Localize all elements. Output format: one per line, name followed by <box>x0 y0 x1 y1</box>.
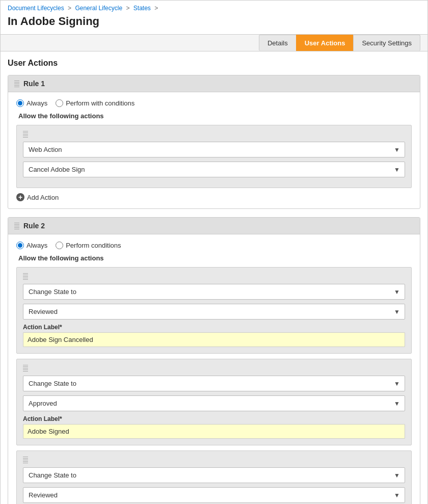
breadcrumb-general-lifecycle[interactable]: General Lifecycle <box>75 5 122 12</box>
plus-icon: + <box>16 193 24 201</box>
rule-1-action-0-select1-wrap: Web Action ▼ <box>23 142 405 157</box>
rule-2-action-0-label-input[interactable] <box>23 332 405 347</box>
rule-2-radio-group: Always Perform conditions <box>16 242 412 249</box>
rule-2-label: Rule 2 <box>23 222 45 230</box>
rule-2-action-0-label-row: Action Label* <box>23 324 405 347</box>
rule-1-action-0-select2[interactable]: Cancel Adobe Sign <box>23 162 405 177</box>
rule-1-allow-label: Allow the following actions <box>18 112 412 120</box>
rule-1-header: Rule 1 <box>8 75 420 92</box>
rule-2-action-0-select1-wrap: Change State to ▼ <box>23 284 405 300</box>
section-title: User Actions <box>8 59 420 68</box>
rule-1-conditions-label[interactable]: Perform with conditions <box>56 99 135 107</box>
rule-1-always-label[interactable]: Always <box>16 99 47 107</box>
rule-2-conditions-radio[interactable] <box>56 242 63 249</box>
breadcrumb-sep-1: > <box>68 5 71 12</box>
rule-2-action-0: Change State to ▼ Reviewed ▼ Action Labe… <box>16 267 412 354</box>
tab-user-actions[interactable]: User Actions <box>296 35 354 51</box>
tab-security-settings[interactable]: Security Settings <box>353 35 420 51</box>
rule-2-action-0-select2[interactable]: Reviewed <box>23 304 405 320</box>
rule-2-action-1-select1[interactable]: Change State to <box>23 376 405 391</box>
tab-details[interactable]: Details <box>259 35 297 51</box>
rule-2-action-2-select1-wrap: Change State to ▼ <box>23 467 405 483</box>
rule-2-action-1-label-row: Action Label* <box>23 415 405 439</box>
rule-2-allow-label: Allow the following actions <box>18 254 412 262</box>
rule-2-always-text: Always <box>26 242 47 249</box>
rule-1-action-0-select2-wrap: Cancel Adobe Sign ▼ <box>23 162 405 177</box>
rule-1-label: Rule 1 <box>23 79 45 88</box>
drag-handle-icon <box>23 364 28 372</box>
rule-2-action-2-select2-wrap: Reviewed ▼ <box>23 487 405 503</box>
rule-2-conditions-text: Perform conditions <box>66 242 121 249</box>
rule-1-box: Rule 1 Always Perform with conditions Al… <box>8 75 420 209</box>
rule-1-always-radio[interactable] <box>16 99 24 107</box>
rule-2-action-0-header <box>23 273 405 280</box>
rule-2-action-1-select2-wrap: Approved ▼ <box>23 395 405 411</box>
rule-2-box: Rule 2 Always Perform conditions Allow t… <box>8 217 420 504</box>
rule-2-action-1-label-input[interactable] <box>23 424 405 439</box>
rule-2-action-0-select2-wrap: Reviewed ▼ <box>23 304 405 320</box>
page-title: In Adobe Signing <box>1 13 427 34</box>
rule-1-conditions-text: Perform with conditions <box>66 99 135 107</box>
rule-2-action-2-header <box>23 456 405 463</box>
rule-2-action-1: Change State to ▼ Approved ▼ Action Labe… <box>16 359 412 445</box>
drag-handle-icon <box>23 456 28 463</box>
breadcrumb-sep-3: > <box>154 5 158 12</box>
rule-1-action-0-header <box>23 130 405 138</box>
rule-1-add-action-label: Add Action <box>27 194 59 201</box>
rule-1-action-0-select1[interactable]: Web Action <box>23 142 405 157</box>
rule-2-action-0-label-title: Action Label* <box>23 324 405 331</box>
content-area: User Actions Rule 1 Always Perform with … <box>1 51 427 504</box>
rule-1-add-action-button[interactable]: + Add Action <box>16 193 59 201</box>
rule-2-always-label[interactable]: Always <box>16 242 47 249</box>
rule-1-action-0: Web Action ▼ Cancel Adobe Sign ▼ <box>16 125 412 188</box>
rule-2-action-1-select1-wrap: Change State to ▼ <box>23 376 405 391</box>
rule-2-action-1-select2[interactable]: Approved <box>23 395 405 411</box>
rule-2-action-1-header <box>23 364 405 372</box>
breadcrumb-states[interactable]: States <box>133 5 151 12</box>
rule-2-action-2: Change State to ▼ Reviewed ▼ Action Labe… <box>16 450 412 504</box>
rule-1-radio-group: Always Perform with conditions <box>16 99 412 107</box>
breadcrumb: Document Lifecycles > General Lifecycle … <box>1 1 427 13</box>
rule-1-body: Always Perform with conditions Allow the… <box>8 92 420 208</box>
rule-1-always-text: Always <box>26 99 47 107</box>
rule-2-action-1-label-title: Action Label* <box>23 415 405 422</box>
drag-handle-icon <box>23 130 28 138</box>
rule-2-action-2-select1[interactable]: Change State to <box>23 467 405 483</box>
rule-2-action-2-select2[interactable]: Reviewed <box>23 487 405 503</box>
drag-handle-icon <box>23 273 28 280</box>
rule-2-conditions-label[interactable]: Perform conditions <box>56 242 121 249</box>
rule-2-action-0-select1[interactable]: Change State to <box>23 284 405 300</box>
tab-bar: Details User Actions Security Settings <box>1 34 427 51</box>
breadcrumb-sep-2: > <box>126 5 129 12</box>
breadcrumb-document-lifecycles[interactable]: Document Lifecycles <box>8 5 64 12</box>
rule-2-body: Always Perform conditions Allow the foll… <box>8 234 420 504</box>
rule-2-header: Rule 2 <box>8 218 420 234</box>
rule-2-always-radio[interactable] <box>16 242 24 249</box>
rule-1-conditions-radio[interactable] <box>56 99 63 107</box>
